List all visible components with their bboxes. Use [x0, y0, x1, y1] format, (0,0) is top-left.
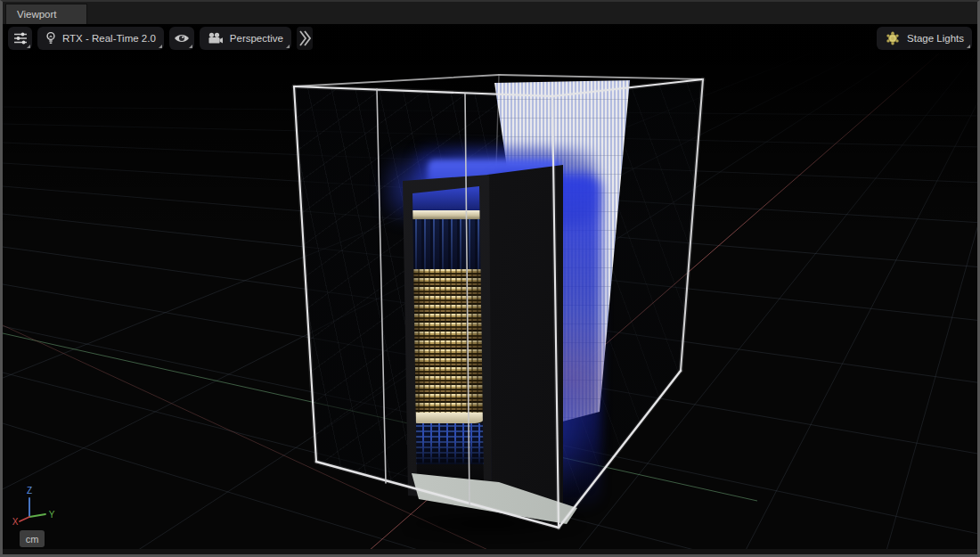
sliders-icon — [13, 32, 28, 45]
render-settings-button[interactable] — [8, 27, 32, 50]
tab-viewport[interactable]: Viewport — [5, 4, 87, 24]
viewport-canvas[interactable]: RTX - Real-Time 2.0 Perspective — [3, 24, 977, 549]
visibility-button[interactable] — [169, 27, 194, 50]
toolbar-more-button[interactable] — [297, 27, 313, 50]
bottom-strip — [3, 549, 977, 554]
dropdown-corner — [286, 45, 290, 48]
unit-button[interactable]: cm — [20, 530, 45, 547]
tab-bar: Viewport — [3, 2, 977, 24]
camera-icon — [208, 32, 224, 45]
camera-label: Perspective — [230, 33, 283, 44]
y-axis-label: Y — [49, 510, 55, 520]
dropdown-corner — [27, 45, 30, 48]
y-axis-arm — [29, 514, 45, 517]
lightbulb-icon — [45, 31, 56, 45]
dropdown-corner — [967, 45, 970, 48]
tab-viewport-label: Viewport — [17, 9, 57, 20]
dropdown-corner — [189, 45, 192, 48]
axis-gizmo[interactable]: Z Y X — [10, 482, 72, 528]
renderer-button[interactable]: RTX - Real-Time 2.0 — [37, 27, 164, 50]
application-window: Viewport — [0, 0, 980, 557]
stage-light-icon — [885, 30, 901, 46]
dropdown-corner — [159, 45, 162, 48]
x-axis-arm — [20, 517, 29, 521]
z-axis-label: Z — [27, 486, 32, 496]
x-axis-label: X — [12, 517, 19, 527]
eye-icon — [174, 32, 190, 45]
toolbar-right: Stage Lights — [877, 27, 972, 50]
stage-lights-label: Stage Lights — [907, 33, 964, 44]
camera-button[interactable]: Perspective — [200, 27, 291, 50]
renderer-label: RTX - Real-Time 2.0 — [62, 33, 156, 44]
double-chevron-icon — [298, 29, 311, 47]
domain-wireframe-front — [3, 24, 977, 549]
unit-label: cm — [26, 534, 39, 545]
viewport-toolbar: RTX - Real-Time 2.0 Perspective — [8, 27, 313, 50]
stage-lights-button[interactable]: Stage Lights — [877, 27, 972, 50]
